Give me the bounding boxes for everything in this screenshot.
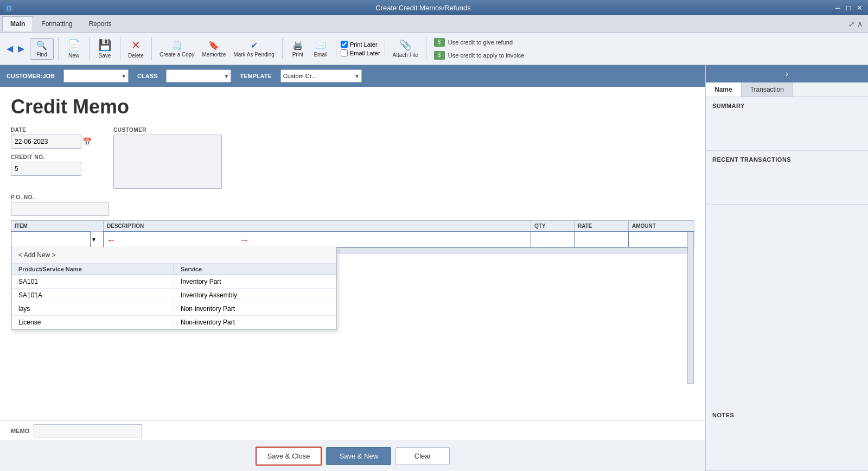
print-email-group: 🖨️ Print ✉️ Email <box>287 39 336 59</box>
window-controls[interactable]: ─ □ ✕ <box>833 4 864 12</box>
credit-actions-group: $ Use credit to give refund $ Use credit… <box>431 37 532 61</box>
customer-job-select[interactable] <box>63 69 129 82</box>
table-scroll-area: ▼ <box>11 232 694 247</box>
prev-arrow[interactable]: ◀ <box>4 42 15 55</box>
use-credit-invoice-button[interactable]: $ Use credit to apply to invoice <box>431 50 528 61</box>
new-button[interactable]: 📄 New <box>63 37 85 60</box>
col-description: DESCRIPTION <box>104 221 531 231</box>
nav-arrows: ◀ ▶ <box>4 42 27 55</box>
tab-main[interactable]: Main <box>2 16 33 31</box>
clear-button[interactable]: Clear <box>395 447 450 465</box>
right-tab-name[interactable]: Name <box>706 82 742 97</box>
print-button[interactable]: 🖨️ Print <box>287 39 309 59</box>
delete-group: ✕ Delete <box>125 37 152 60</box>
right-panel: › Name Transaction SUMMARY RECENT TRANSA… <box>705 65 868 471</box>
attach-group: 📎 Attach File <box>390 37 426 60</box>
rate-input[interactable] <box>575 232 628 247</box>
tab-formatting[interactable]: Formatting <box>33 16 80 31</box>
memorize-button[interactable]: 🔖 Memorize <box>199 39 229 59</box>
amount-input[interactable] <box>629 232 693 247</box>
right-arrow-indicator: → <box>239 235 249 246</box>
date-input-group: 📅 <box>11 135 92 149</box>
calendar-icon[interactable]: 📅 <box>82 137 92 146</box>
minimize-button[interactable]: ─ <box>833 4 842 12</box>
po-no-field-group: P.O. NO. <box>11 194 694 216</box>
save-button[interactable]: 💾 Save <box>94 37 116 60</box>
attach-file-button[interactable]: 📎 Attach File <box>390 37 422 60</box>
col-item: ITEM <box>11 221 104 231</box>
tab-bar-right[interactable]: ⤢ ∧ <box>848 20 866 28</box>
next-arrow[interactable]: ▶ <box>16 42 27 55</box>
dropdown-item-name: License <box>12 316 174 329</box>
email-button[interactable]: ✉️ Email <box>310 39 331 59</box>
col-amount: AMOUNT <box>629 221 694 231</box>
refund-icon: $ <box>434 38 445 47</box>
form-title: Credit Memo <box>11 96 694 118</box>
dropdown-col2: Service <box>174 264 336 275</box>
recent-transactions-body <box>712 166 861 199</box>
toolbar: ◀ ▶ 🔍 Find 📄 New 💾 Save ✕ <box>0 33 868 65</box>
right-panel-toggle[interactable]: › <box>706 65 868 82</box>
filter-bar: CUSTOMER:JOB CLASS TEMPLATE Custom Cr... <box>0 65 705 87</box>
dropdown-item-lays[interactable]: lays Non-inventory Part <box>12 302 336 316</box>
rate-input-cell <box>575 232 629 247</box>
maximize-button[interactable]: □ <box>844 4 853 12</box>
title-bar: ◻ Create Credit Memos/Refunds ─ □ ✕ <box>0 0 868 15</box>
content-area: CUSTOMER:JOB CLASS TEMPLATE Custom Cr...… <box>0 65 868 471</box>
expand-icon[interactable]: ⤢ <box>848 20 855 28</box>
recent-transactions-section: RECENT TRANSACTIONS <box>706 151 868 205</box>
template-label: TEMPLATE <box>240 73 271 79</box>
create-copy-button[interactable]: 🗒️ Create a Copy <box>156 39 197 59</box>
dropdown-item-sa101[interactable]: SA101 Inventory Part <box>12 275 336 289</box>
dropdown-item-name: lays <box>12 302 174 315</box>
dropdown-item-type: Inventory Part <box>174 275 336 288</box>
find-button[interactable]: 🔍 Find <box>30 38 54 60</box>
dropdown-item-sa101a[interactable]: SA101A Inventory Assembly <box>12 289 336 302</box>
save-close-button[interactable]: Save & Close <box>256 447 322 466</box>
collapse-icon[interactable]: ∧ <box>857 20 863 28</box>
table-scrollbar[interactable] <box>687 232 694 384</box>
item-input-cell: ▼ <box>11 232 104 247</box>
main-tabs: Main Formatting Reports <box>2 16 120 31</box>
po-no-input[interactable] <box>11 202 108 216</box>
email-later-checkbox[interactable]: Email Later <box>341 49 380 56</box>
dropdown-item-license[interactable]: License Non-inventory Part <box>12 316 336 329</box>
save-new-button[interactable]: Save & New <box>326 447 391 465</box>
mark-as-pending-button[interactable]: ✔ Mark As Pending <box>230 39 278 59</box>
dropdown-item-type: Non-inventory Part <box>174 302 336 315</box>
delete-button[interactable]: ✕ Delete <box>125 37 147 60</box>
copy-memorize-group: 🗒️ Create a Copy 🔖 Memorize ✔ Mark As Pe… <box>156 39 283 59</box>
amount-input-cell <box>629 232 694 247</box>
customer-field-group: CUSTOMER <box>113 127 222 189</box>
dropdown-item-name: SA101A <box>12 289 174 302</box>
credit-actions: $ Use credit to give refund $ Use credit… <box>431 37 528 61</box>
right-tab-transaction[interactable]: Transaction <box>742 82 793 97</box>
memo-label: MEMO <box>11 428 29 434</box>
class-select[interactable] <box>166 69 231 82</box>
credit-no-input[interactable] <box>11 162 81 176</box>
date-input[interactable] <box>11 135 81 149</box>
recent-transactions-title: RECENT TRANSACTIONS <box>712 156 861 163</box>
col-qty: QTY <box>531 221 575 231</box>
qty-input[interactable] <box>531 232 574 247</box>
memo-input[interactable] <box>34 424 142 437</box>
customer-job-label: CUSTOMER:JOB <box>7 73 55 79</box>
use-credit-refund-button[interactable]: $ Use credit to give refund <box>431 37 528 48</box>
tab-reports[interactable]: Reports <box>81 16 120 31</box>
item-input[interactable] <box>11 232 90 247</box>
template-select[interactable]: Custom Cr... <box>280 69 362 82</box>
date-label: DATE <box>11 127 92 133</box>
table-area: ITEM DESCRIPTION QTY RATE AMOUNT ▼ <box>11 220 694 247</box>
dropdown-header: Product/Service Name Service <box>12 264 336 275</box>
customer-address-box <box>113 135 222 189</box>
item-dropdown-arrow[interactable]: ▼ <box>90 236 98 244</box>
notes-title: NOTES <box>712 412 861 418</box>
close-button[interactable]: ✕ <box>855 4 864 12</box>
checkboxes-group: Print Later Email Later <box>341 41 385 56</box>
print-later-checkbox[interactable]: Print Later <box>341 41 380 48</box>
template-select-wrapper: Custom Cr... <box>280 69 362 82</box>
form-footer: MEMO <box>0 421 705 441</box>
dropdown-col1: Product/Service Name <box>12 264 174 275</box>
add-new-item[interactable]: < Add New > <box>12 247 336 264</box>
description-input[interactable] <box>104 232 531 247</box>
